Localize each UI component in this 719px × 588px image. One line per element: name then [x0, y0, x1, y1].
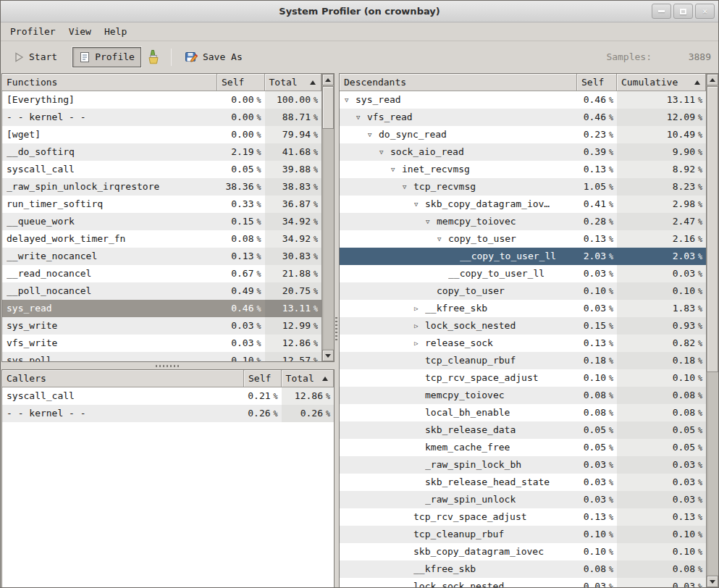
expander-open-icon[interactable]: ▽ [391, 161, 402, 178]
table-row[interactable]: __kfree_skb0.08%0.08% [340, 560, 706, 578]
table-row[interactable]: tcp_cleanup_rbuf0.10%0.10% [340, 526, 706, 543]
table-row[interactable]: __copy_to_user_ll0.03%0.03% [340, 265, 706, 282]
table-row[interactable]: [Everything]0.00%100.00% [2, 91, 321, 109]
expander-open-icon[interactable]: ▽ [403, 178, 413, 196]
table-row[interactable]: ▽sock_aio_read0.39%9.90% [340, 143, 706, 161]
table-row[interactable]: memcpy_toiovec0.08%0.08% [340, 387, 706, 404]
table-row[interactable]: __read_nocancel0.67%21.88% [2, 265, 321, 282]
table-row[interactable]: ▷release_sock0.13%0.82% [340, 335, 706, 352]
column-header-total[interactable]: Total [265, 74, 321, 91]
save-as-button[interactable]: Save As [178, 46, 249, 68]
table-row[interactable]: copy_to_user0.10%0.10% [340, 282, 706, 300]
column-header-self[interactable]: Self [244, 370, 282, 387]
column-header-self[interactable]: Self [577, 74, 617, 91]
expander-open-icon[interactable]: ▽ [368, 126, 379, 143]
scrollbar-trough[interactable] [322, 85, 334, 350]
table-row[interactable]: - - kernel - -0.26%0.26% [2, 405, 334, 422]
menu-help[interactable]: Help [98, 24, 133, 39]
table-row[interactable]: ▽vfs_read0.46%12.09% [340, 109, 706, 126]
reset-button[interactable] [141, 46, 164, 69]
table-row[interactable]: _raw_spin_unlock_irqrestore38.36%38.83% [2, 178, 321, 196]
self-value: 0.13% [577, 335, 617, 352]
table-row[interactable]: delayed_work_timer_fn0.08%34.92% [2, 230, 321, 248]
table-row[interactable]: skb_release_data0.05%0.05% [340, 421, 706, 439]
descendants-scrollbar[interactable] [706, 74, 718, 587]
function-name: skb_release_data [425, 421, 516, 439]
total-value: 9.90% [617, 143, 706, 161]
table-row[interactable]: ▽skb_copy_datagram_iov…0.41%2.98% [340, 196, 706, 213]
column-header-functions[interactable]: Functions [2, 74, 217, 91]
start-button[interactable]: Start [7, 47, 64, 67]
minimize-button[interactable] [652, 4, 671, 19]
table-row[interactable]: lock_sock_nested0.03%0.03% [340, 578, 706, 587]
table-row[interactable]: sys_write0.03%12.99% [2, 317, 321, 335]
scroll-down-button[interactable] [707, 576, 718, 587]
column-header-total[interactable]: Total [282, 370, 334, 387]
expander-open-icon[interactable]: ▽ [356, 109, 367, 126]
table-row[interactable]: tcp_cleanup_rbuf0.18%0.18% [340, 352, 706, 369]
table-row[interactable]: sys_read0.46%13.11% [2, 300, 321, 317]
table-row[interactable]: sys_poll0.10%12.57% [2, 352, 321, 361]
callers-header: Callers Self Total [2, 370, 334, 387]
expander-open-icon[interactable]: ▽ [437, 230, 448, 248]
maximize-button[interactable] [673, 4, 693, 19]
total-value-number: 0.08 [673, 563, 695, 574]
column-header-cumulative[interactable]: Cumulative [617, 74, 706, 91]
expander-open-icon[interactable]: ▽ [379, 143, 390, 161]
expander-closed-icon[interactable]: ▷ [414, 335, 425, 352]
table-row[interactable]: local_bh_enable0.08%0.08% [340, 404, 706, 421]
table-row[interactable]: _raw_spin_lock_bh0.03%0.03% [340, 456, 706, 474]
table-row[interactable]: skb_copy_datagram_iovec0.10%0.10% [340, 543, 706, 560]
column-header-callers[interactable]: Callers [2, 370, 244, 387]
menu-view[interactable]: View [62, 24, 98, 39]
table-row[interactable]: run_timer_softirq0.33%36.87% [2, 196, 321, 213]
expander-closed-icon[interactable]: ▷ [414, 317, 425, 335]
percent-sign: % [609, 531, 613, 539]
table-row[interactable]: ▷lock_sock_nested0.15%0.93% [340, 317, 706, 335]
expander-closed-icon[interactable]: ▷ [414, 300, 425, 317]
scroll-down-button[interactable] [322, 350, 334, 361]
menu-profiler[interactable]: Profiler [4, 24, 62, 39]
total-value-number: 2.16 [673, 233, 695, 244]
column-header-self[interactable]: Self [217, 74, 265, 91]
table-row[interactable]: - - kernel - -0.00%88.71% [2, 109, 321, 126]
self-value: 0.00% [217, 91, 265, 109]
table-row[interactable]: ▽inet_recvmsg0.13%8.92% [340, 161, 706, 178]
total-value: 0.13% [617, 508, 706, 526]
scrollbar-trough[interactable] [707, 85, 718, 576]
expander-open-icon[interactable]: ▽ [414, 196, 425, 213]
table-row[interactable]: __write_nocancel0.13%30.83% [2, 248, 321, 265]
percent-sign: % [698, 357, 702, 365]
column-header-descendants[interactable]: Descendants [340, 74, 577, 91]
horizontal-splitter[interactable] [1, 362, 335, 369]
table-row[interactable]: kmem_cache_free0.05%0.05% [340, 439, 706, 456]
table-row[interactable]: tcp_rcv_space_adjust0.13%0.13% [340, 508, 706, 526]
table-row[interactable]: syscall_call0.21%12.86% [2, 387, 334, 405]
table-row[interactable]: [wget]0.00%79.94% [2, 126, 321, 143]
table-row[interactable]: skb_release_head_state0.03%0.03% [340, 474, 706, 491]
table-row[interactable]: ▽copy_to_user0.13%2.16% [340, 230, 706, 248]
table-row[interactable]: __copy_to_user_ll2.03%2.03% [340, 248, 706, 265]
table-row[interactable]: syscall_call0.05%39.88% [2, 161, 321, 178]
scroll-up-button[interactable] [322, 74, 334, 85]
table-row[interactable]: __do_softirq2.19%41.68% [2, 143, 321, 161]
titlebar[interactable]: System Profiler (on crownbay) ✕ [1, 1, 718, 22]
expander-open-icon[interactable]: ▽ [345, 91, 356, 109]
table-row[interactable]: ▽tcp_recvmsg1.05%8.23% [340, 178, 706, 196]
scrollbar-thumb[interactable] [707, 86, 718, 372]
table-row[interactable]: __queue_work0.15%34.92% [2, 213, 321, 230]
scrollbar-thumb[interactable] [322, 86, 334, 129]
profile-toggle-button[interactable]: Profile [72, 47, 141, 67]
table-row[interactable]: ▽memcpy_toiovec0.28%2.47% [340, 213, 706, 230]
expander-open-icon[interactable]: ▽ [426, 213, 437, 230]
table-row[interactable]: __poll_nocancel0.49%20.75% [2, 282, 321, 300]
table-row[interactable]: ▽do_sync_read0.23%10.49% [340, 126, 706, 143]
functions-scrollbar[interactable] [321, 74, 334, 361]
table-row[interactable]: vfs_write0.03%12.86% [2, 335, 321, 352]
table-row[interactable]: _raw_spin_unlock0.03%0.03% [340, 491, 706, 508]
table-row[interactable]: ▷__kfree_skb0.03%1.83% [340, 300, 706, 317]
close-button[interactable]: ✕ [695, 4, 715, 19]
table-row[interactable]: ▽sys_read0.46%13.11% [340, 91, 706, 109]
scroll-up-button[interactable] [707, 74, 718, 85]
table-row[interactable]: tcp_rcv_space_adjust0.10%0.10% [340, 369, 706, 387]
